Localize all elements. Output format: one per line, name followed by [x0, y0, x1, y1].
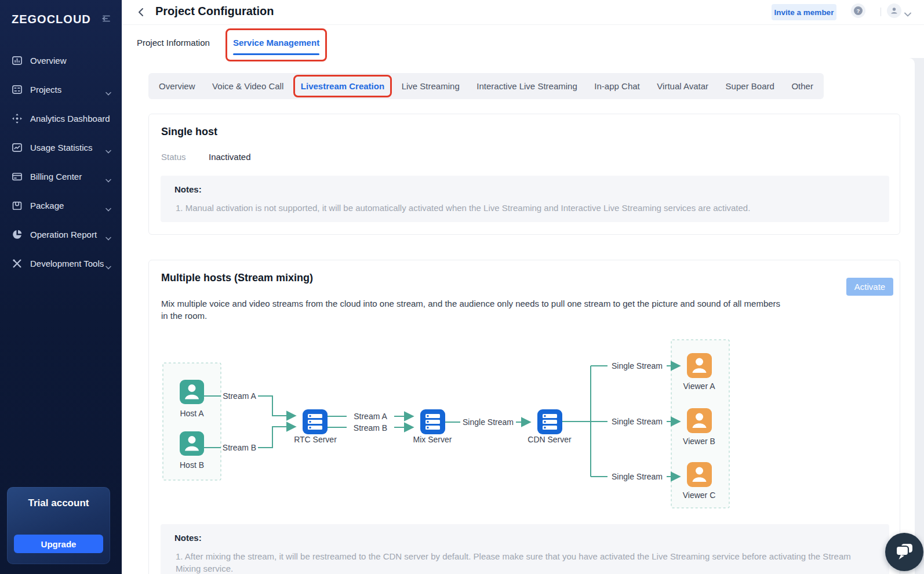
notes-text: 1. After mixing the stream, it will be r…	[174, 550, 875, 574]
sidebar-item-billing-center[interactable]: Billing Center	[0, 162, 122, 191]
stream-a-label: Stream A	[354, 412, 387, 421]
account-chevron-down-icon[interactable]	[904, 9, 911, 13]
support-chat-button[interactable]	[885, 533, 923, 571]
diagram-labels: Host A Host B RTC Server Mix Server CDN …	[180, 361, 715, 500]
host-b-label: Host B	[180, 460, 204, 470]
stream-mixing-diagram: Host A Host B RTC Server Mix Server CDN …	[149, 331, 901, 517]
sidebar-nav: Overview Projects Analytics Dashboard	[0, 46, 122, 278]
rtc-server-label: RTC Server	[294, 435, 337, 444]
notes-title: Notes:	[174, 533, 875, 543]
viewer-a-icon	[687, 353, 712, 378]
projects-icon	[12, 84, 23, 95]
subtab-overview[interactable]: Overview	[159, 81, 195, 91]
viewer-c-label: Viewer C	[683, 491, 716, 500]
analytics-icon	[12, 113, 23, 124]
single-host-card: Single host Status Inactivated Notes: 1.…	[148, 114, 900, 235]
viewer-a-label: Viewer A	[683, 382, 716, 391]
single-stream-label: Single Stream	[612, 472, 663, 481]
sidebar-item-operation-report[interactable]: Operation Report	[0, 220, 122, 249]
trial-account-title: Trial account	[7, 497, 110, 509]
user-avatar[interactable]	[887, 3, 901, 18]
topbar: Project Configuration Invite a member ?	[122, 0, 924, 25]
sidebar-item-analytics-dashboard[interactable]: Analytics Dashboard	[0, 104, 122, 133]
stream-b-label: Stream B	[354, 423, 387, 433]
stream-mixing-title: Multiple hosts (Stream mixing)	[161, 272, 313, 284]
sidebar-item-label: Billing Center	[30, 172, 106, 181]
viewer-b-icon	[687, 408, 712, 433]
status-value: Inactivated	[209, 152, 251, 162]
subtab-label: Livestream Creation	[301, 81, 384, 91]
page-title: Project Configuration	[155, 5, 274, 18]
subtab-live-streaming[interactable]: Live Streaming	[402, 81, 460, 91]
chevron-down-icon	[106, 88, 111, 92]
subtab-virtual-avatar[interactable]: Virtual Avatar	[657, 81, 708, 91]
sidebar-collapse-icon[interactable]	[101, 13, 111, 26]
sidebar-item-label: Package	[30, 201, 106, 210]
sidebar-item-label: Development Tools	[30, 259, 106, 268]
active-tab-underline	[233, 53, 319, 55]
chevron-down-icon	[106, 232, 111, 237]
viewer-c-icon	[687, 462, 712, 487]
sidebar-item-projects[interactable]: Projects	[0, 75, 122, 104]
service-subtabs: Overview Voice & Video Call Livestream C…	[148, 73, 824, 99]
stream-mixing-description: Mix multiple voice and video streams fro…	[161, 297, 781, 322]
chevron-down-icon	[106, 261, 111, 266]
subtab-interactive-live-streaming[interactable]: Interactive Live Streaming	[476, 81, 577, 91]
devtools-icon	[12, 258, 23, 269]
stream-b-label: Stream B	[223, 443, 256, 452]
host-b-icon	[180, 431, 204, 456]
main-area: Project Configuration Invite a member ? …	[122, 0, 924, 574]
chat-bubbles-icon	[894, 542, 915, 562]
help-icon[interactable]: ?	[851, 3, 865, 18]
back-button[interactable]	[137, 8, 146, 17]
notes-text: 1. Manual activation is not supported, i…	[174, 202, 875, 214]
trial-account-card: Trial account Upgrade	[7, 487, 110, 564]
operation-report-icon	[12, 229, 23, 240]
single-stream-label: Single Stream	[612, 361, 663, 370]
zegocloud-logo: ZEGOCLOUD	[12, 13, 91, 26]
sidebar-item-label: Operation Report	[30, 230, 106, 239]
billing-icon	[12, 171, 23, 182]
subtab-livestream-creation[interactable]: Livestream Creation	[301, 81, 384, 91]
stream-mixing-card: Multiple hosts (Stream mixing) Activate …	[148, 260, 900, 574]
sidebar-item-usage-statistics[interactable]: Usage Statistics	[0, 133, 122, 162]
sidebar-item-label: Projects	[30, 85, 106, 95]
viewer-b-label: Viewer B	[683, 437, 715, 446]
topbar-divider	[881, 8, 881, 16]
overview-icon	[12, 55, 23, 66]
chevron-down-icon	[106, 175, 111, 179]
stream-a-label: Stream A	[223, 391, 256, 401]
activate-button[interactable]: Activate	[846, 278, 893, 296]
host-a-label: Host A	[180, 409, 204, 418]
sidebar-item-package[interactable]: Package	[0, 191, 122, 220]
stream-mixing-notes: Notes: 1. After mixing the stream, it wi…	[161, 524, 889, 574]
tabbar: Project Information Service Management	[122, 25, 924, 58]
package-icon	[12, 200, 23, 211]
sidebar-item-label: Analytics Dashboard	[30, 114, 111, 123]
tab-service-management[interactable]: Service Management	[233, 25, 319, 58]
mix-server-icon	[420, 409, 445, 434]
notes-title: Notes:	[174, 184, 875, 194]
sidebar-item-label: Overview	[30, 56, 111, 66]
subtab-in-app-chat[interactable]: In-app Chat	[594, 81, 639, 91]
sidebar-item-development-tools[interactable]: Development Tools	[0, 249, 122, 278]
content-panel: Overview Voice & Video Call Livestream C…	[122, 58, 915, 574]
chevron-down-icon	[106, 204, 111, 208]
cdn-server-icon	[537, 409, 562, 434]
cdn-server-label: CDN Server	[528, 435, 572, 444]
invite-member-button[interactable]: Invite a member	[772, 4, 836, 20]
mix-server-label: Mix Server	[413, 435, 452, 444]
chevron-down-icon	[106, 146, 111, 150]
subtab-voice-video-call[interactable]: Voice & Video Call	[212, 81, 283, 91]
question-mark-glyph: ?	[854, 6, 863, 15]
single-host-title: Single host	[161, 126, 217, 138]
usage-statistics-icon	[12, 142, 23, 153]
subtab-other[interactable]: Other	[791, 81, 813, 91]
sidebar-item-overview[interactable]: Overview	[0, 46, 122, 75]
status-label: Status	[161, 152, 186, 162]
rtc-server-icon	[303, 409, 328, 434]
tab-project-information[interactable]: Project Information	[137, 25, 210, 58]
upgrade-button[interactable]: Upgrade	[14, 535, 103, 553]
subtab-super-board[interactable]: Super Board	[726, 81, 774, 91]
single-host-notes: Notes: 1. Manual activation is not suppo…	[161, 176, 889, 222]
